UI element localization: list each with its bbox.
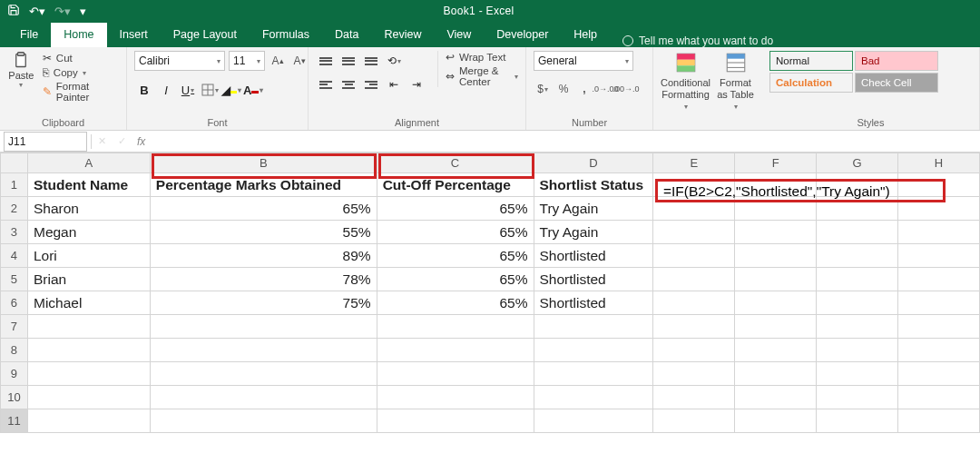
row-header-4[interactable]: 4: [1, 244, 28, 268]
cell-G3[interactable]: [817, 221, 898, 244]
cell-F1[interactable]: [735, 173, 817, 197]
italic-button[interactable]: I: [156, 80, 176, 100]
cell-F3[interactable]: [735, 221, 817, 244]
column-header-D[interactable]: D: [534, 153, 653, 173]
column-header-B[interactable]: B: [150, 153, 377, 173]
cell-style-normal[interactable]: Normal: [769, 51, 853, 71]
wrap-text-button[interactable]: ↩Wrap Text: [446, 51, 518, 64]
cell-H11[interactable]: [898, 409, 980, 433]
tab-help[interactable]: Help: [561, 23, 610, 47]
save-icon[interactable]: [7, 4, 20, 19]
cell-B3[interactable]: 55%: [150, 221, 377, 244]
underline-button[interactable]: U▾: [178, 80, 198, 100]
cell-F10[interactable]: [735, 386, 817, 409]
comma-format-button[interactable]: ,: [575, 80, 593, 98]
undo-icon[interactable]: ↶▾: [29, 5, 45, 18]
cell-G6[interactable]: [817, 291, 898, 315]
decrease-font-icon[interactable]: A▾: [290, 52, 309, 70]
cell-C3[interactable]: 65%: [377, 221, 534, 244]
cell-H3[interactable]: [898, 221, 980, 244]
tab-formulas[interactable]: Formulas: [250, 23, 322, 47]
cell-F9[interactable]: [735, 362, 817, 386]
bold-button[interactable]: B: [134, 80, 154, 100]
cell-E6[interactable]: [653, 291, 735, 315]
increase-indent-button[interactable]: ⇥: [407, 74, 426, 94]
cell-G10[interactable]: [817, 386, 898, 409]
cell-C5[interactable]: 65%: [377, 268, 534, 291]
cell-A10[interactable]: [27, 386, 150, 409]
cell-B1[interactable]: Percentage Marks Obtained: [150, 173, 377, 197]
row-header-10[interactable]: 10: [1, 386, 28, 409]
row-header-3[interactable]: 3: [1, 221, 28, 244]
format-painter-button[interactable]: ✎Format Painter: [41, 80, 119, 103]
cell-style-bad[interactable]: Bad: [855, 51, 938, 71]
tell-me-search[interactable]: Tell me what you want to do: [610, 34, 773, 47]
cell-C8[interactable]: [377, 339, 534, 362]
percent-format-button[interactable]: %: [554, 80, 573, 98]
cell-E5[interactable]: [653, 268, 735, 291]
align-center-button[interactable]: [338, 74, 358, 94]
align-middle-button[interactable]: [338, 51, 358, 71]
row-header-7[interactable]: 7: [1, 315, 28, 339]
cell-E1[interactable]: [653, 173, 735, 197]
cell-C11[interactable]: [377, 409, 534, 433]
tab-page-layout[interactable]: Page Layout: [161, 23, 250, 47]
cell-C10[interactable]: [377, 386, 534, 409]
number-format-select[interactable]: General▾: [534, 51, 633, 71]
redo-icon[interactable]: ↷▾: [54, 5, 71, 18]
cell-A8[interactable]: [27, 339, 150, 362]
column-header-C[interactable]: C: [377, 153, 534, 173]
align-bottom-button[interactable]: [361, 51, 381, 71]
confirm-formula-icon[interactable]: ✓: [112, 135, 132, 147]
conditional-formatting-button[interactable]: Conditional Formatting▾: [661, 51, 710, 111]
cell-B10[interactable]: [150, 386, 377, 409]
cell-D7[interactable]: [534, 315, 653, 339]
cell-H1[interactable]: [898, 173, 980, 197]
font-size-select[interactable]: 11▾: [229, 51, 265, 71]
cell-D4[interactable]: Shortlisted: [534, 244, 653, 268]
font-name-select[interactable]: Calibri▾: [134, 51, 225, 71]
cell-E10[interactable]: [653, 386, 735, 409]
cell-D6[interactable]: Shortlisted: [534, 291, 653, 315]
cell-C1[interactable]: Cut-Off Percentage: [377, 173, 534, 197]
cell-D2[interactable]: Try Again: [534, 197, 653, 221]
formula-input[interactable]: [151, 132, 980, 152]
cell-E4[interactable]: [653, 244, 735, 268]
column-header-E[interactable]: E: [653, 153, 735, 173]
cell-F2[interactable]: [735, 197, 817, 221]
cell-D11[interactable]: [534, 409, 653, 433]
cell-B11[interactable]: [150, 409, 377, 433]
tab-file[interactable]: File: [7, 23, 51, 47]
row-header-9[interactable]: 9: [1, 362, 28, 386]
cell-E9[interactable]: [653, 362, 735, 386]
paste-button[interactable]: Paste ▾: [7, 51, 35, 89]
cell-H9[interactable]: [898, 362, 980, 386]
cell-G8[interactable]: [817, 339, 898, 362]
tab-developer[interactable]: Developer: [484, 23, 561, 47]
cell-A6[interactable]: Michael: [27, 291, 150, 315]
cell-B6[interactable]: 75%: [150, 291, 377, 315]
format-as-table-button[interactable]: Format as Table▾: [716, 51, 755, 111]
cell-E8[interactable]: [653, 339, 735, 362]
qat-customize-icon[interactable]: ▾: [80, 5, 86, 18]
select-all-corner[interactable]: [1, 153, 28, 173]
cell-F4[interactable]: [735, 244, 817, 268]
cell-C9[interactable]: [377, 362, 534, 386]
cell-F7[interactable]: [735, 315, 817, 339]
row-header-11[interactable]: 11: [1, 409, 28, 433]
cell-A5[interactable]: Brian: [27, 268, 150, 291]
cell-C7[interactable]: [377, 315, 534, 339]
cell-H7[interactable]: [898, 315, 980, 339]
cell-H6[interactable]: [898, 291, 980, 315]
row-header-6[interactable]: 6: [1, 291, 28, 315]
cell-E2[interactable]: [653, 197, 735, 221]
merge-center-button[interactable]: ⇔Merge & Center▾: [446, 65, 518, 87]
cell-E11[interactable]: [653, 409, 735, 433]
cell-H5[interactable]: [898, 268, 980, 291]
decrease-decimal-button[interactable]: .00→.0: [617, 80, 635, 98]
cell-B2[interactable]: 65%: [150, 197, 377, 221]
tab-insert[interactable]: Insert: [107, 23, 161, 47]
tab-view[interactable]: View: [434, 23, 484, 47]
column-header-F[interactable]: F: [735, 153, 817, 173]
cell-A1[interactable]: Student Name: [27, 173, 150, 197]
